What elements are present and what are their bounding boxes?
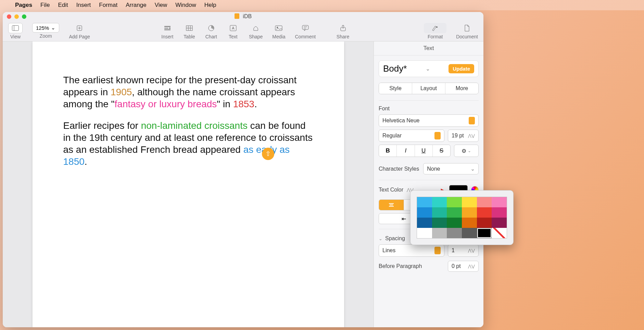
character-styles-select[interactable]: None ⌄ [423, 163, 479, 174]
menu-help[interactable]: Help [204, 2, 216, 9]
media-button[interactable] [273, 23, 285, 33]
color-swatch-option[interactable] [447, 207, 462, 218]
document-canvas[interactable]: The earliest known recipe for the presen… [3, 41, 374, 327]
chevron-down-icon: ⌄ [426, 65, 430, 72]
table-label: Table [184, 34, 195, 39]
font-weight-select[interactable]: Regular [379, 130, 444, 142]
advanced-options-button[interactable]: ⚙︎ ⌄ [454, 145, 479, 157]
color-swatch-option[interactable] [492, 228, 507, 238]
color-swatch-option[interactable] [417, 218, 432, 228]
font-section-label: Font [379, 106, 479, 112]
color-swatch-option[interactable] [447, 218, 462, 228]
shape-label: Shape [249, 34, 263, 39]
font-family-select[interactable]: Helvetica Neue [379, 114, 479, 127]
menu-view[interactable]: View [155, 2, 167, 9]
year-1853: 1853 [233, 99, 254, 109]
spacing-label: Spacing [385, 235, 405, 242]
document-name: iDB [243, 13, 252, 19]
line-spacing-stepper[interactable]: 1 ⋀⋁ [448, 244, 479, 257]
color-swatch-option[interactable] [477, 197, 492, 207]
color-swatch-option[interactable] [462, 228, 477, 238]
paragraph-style-name: Body* [383, 63, 407, 74]
color-swatch-option[interactable] [492, 197, 507, 207]
format-label: Format [428, 34, 443, 39]
outdent-icon: ⇤ [402, 216, 406, 222]
menu-edit[interactable]: Edit [58, 2, 68, 9]
underline-button[interactable]: U [415, 145, 433, 157]
svg-rect-0 [12, 26, 19, 31]
app-name[interactable]: Pages [15, 2, 32, 9]
color-swatch-option[interactable] [432, 228, 447, 238]
svg-text:A: A [232, 26, 235, 30]
menu-insert[interactable]: Insert [76, 2, 91, 9]
paragraph-style-picker[interactable]: Body* ⌄ Update [379, 60, 479, 77]
color-swatch-option[interactable] [447, 197, 462, 207]
svg-rect-16 [275, 26, 282, 30]
chevron-down-icon[interactable]: ⌄ [379, 236, 382, 241]
menu-file[interactable]: File [40, 2, 50, 9]
color-swatch-option[interactable] [417, 228, 432, 238]
color-swatch-option[interactable] [477, 228, 492, 238]
bold-button[interactable]: B [379, 145, 397, 157]
text-color-label: Text Color [379, 187, 403, 193]
before-paragraph-stepper[interactable]: 0 pt ⋀⋁ [448, 261, 479, 272]
color-swatch-option[interactable] [432, 197, 447, 207]
inspector-tab-text[interactable]: Text [374, 41, 483, 56]
font-size-stepper[interactable]: 19 pt ⋀⋁ [448, 130, 479, 142]
svg-point-23 [436, 26, 438, 28]
subtab-more[interactable]: More [445, 83, 478, 94]
table-button[interactable] [183, 23, 195, 33]
zoom-label: Zoom [40, 33, 52, 39]
menu-window[interactable]: Window [175, 2, 196, 9]
stepper-icon: ⋀⋁ [468, 264, 475, 269]
update-style-button[interactable]: Update [449, 64, 474, 73]
color-swatch-option[interactable] [417, 207, 432, 218]
menu-format[interactable]: Format [99, 2, 117, 9]
document-icon [235, 13, 239, 19]
comment-button[interactable] [299, 23, 312, 33]
paragraph-2[interactable]: Earlier recipes for non-laminated croiss… [63, 120, 313, 168]
document-button[interactable] [461, 23, 473, 33]
strikethrough-button[interactable]: S [433, 145, 450, 157]
text-button[interactable]: A [227, 23, 239, 33]
document-label: Document [456, 34, 478, 39]
color-swatch-option[interactable] [432, 218, 447, 228]
add-page-label: Add Page [69, 34, 90, 39]
subtab-layout[interactable]: Layout [412, 83, 445, 94]
view-button[interactable] [8, 23, 23, 33]
color-swatch-option[interactable] [432, 207, 447, 218]
line-spacing-mode-select[interactable]: Lines [379, 244, 444, 257]
color-swatch-option[interactable] [477, 218, 492, 228]
subtab-style[interactable]: Style [379, 83, 412, 94]
zoom-dropdown[interactable]: 125% ⌄ [32, 23, 59, 33]
page[interactable]: The earliest known recipe for the presen… [33, 41, 344, 327]
chevron-down-icon: ⌄ [470, 166, 475, 172]
chart-button[interactable] [205, 23, 217, 33]
text-style-segment: B I U S [379, 145, 451, 157]
character-styles-label: Character Styles [379, 166, 419, 172]
menu-arrange[interactable]: Arrange [126, 2, 146, 9]
color-picker-popover [410, 190, 514, 245]
chevron-down-icon: ⌄ [51, 25, 55, 31]
collaboration-caret-icon: ⇧ [262, 148, 274, 160]
stepper-icon: ⋀⋁ [468, 133, 475, 138]
text-label: Text [229, 34, 238, 39]
color-swatch-option[interactable] [417, 197, 432, 207]
format-button[interactable] [424, 23, 446, 33]
paragraph-1[interactable]: The earliest known recipe for the presen… [63, 74, 313, 110]
color-swatch-option[interactable] [492, 207, 507, 218]
shape-button[interactable] [250, 23, 262, 33]
color-swatch-option[interactable] [492, 218, 507, 228]
color-swatch-option[interactable] [462, 207, 477, 218]
italic-button[interactable]: I [397, 145, 415, 157]
add-page-button[interactable] [73, 23, 86, 33]
align-left-button[interactable] [379, 200, 404, 210]
insert-button[interactable] [161, 23, 174, 33]
share-button[interactable] [337, 23, 349, 33]
color-swatch-option[interactable] [462, 197, 477, 207]
color-swatch-option[interactable] [447, 228, 462, 238]
color-swatch-option[interactable] [462, 218, 477, 228]
chart-label: Chart [205, 34, 217, 39]
menubar: Pages File Edit Insert Format Arrange Vi… [0, 0, 644, 10]
color-swatch-option[interactable] [477, 207, 492, 218]
